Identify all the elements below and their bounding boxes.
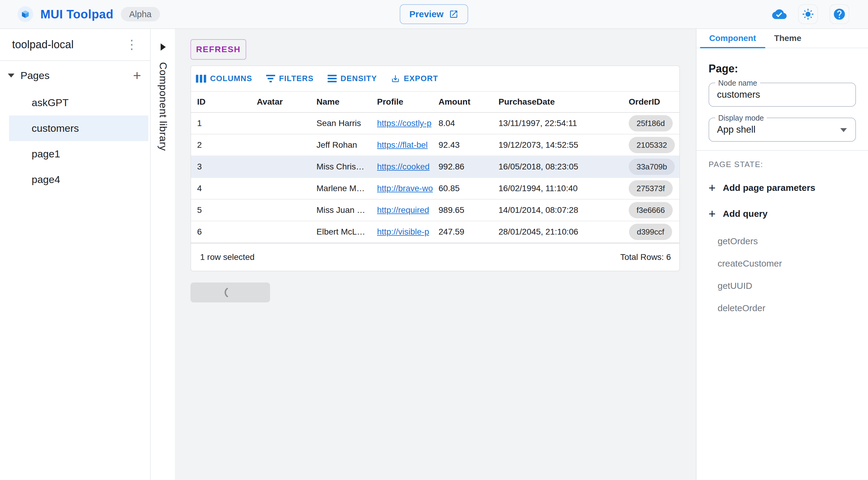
column-header-name[interactable]: Name: [316, 97, 377, 107]
query-item-getorders[interactable]: getOrders: [709, 230, 856, 252]
cloud-done-icon[interactable]: [772, 7, 786, 22]
help-button[interactable]: [830, 4, 849, 24]
filter-icon: [266, 75, 275, 82]
table-row[interactable]: 1 Sean Harris https://costly-p 8.04 13/1…: [191, 113, 679, 134]
download-icon: [391, 74, 400, 83]
columns-button-label: COLUMNS: [210, 74, 252, 83]
page-state-label: PAGE STATE:: [709, 160, 856, 169]
theme-toggle-button[interactable]: [798, 4, 818, 24]
sidebar-item-page1[interactable]: page1: [9, 141, 148, 167]
cell-amount: 247.59: [438, 227, 498, 237]
sidebar-item-page4[interactable]: page4: [9, 167, 148, 192]
profile-link[interactable]: http://visible-p: [377, 227, 434, 237]
grid-toolbar: COLUMNS FILTERS DENSITY EXPORT: [191, 66, 679, 91]
total-rows: Total Rows: 6: [620, 252, 671, 262]
alpha-badge: Alpha: [121, 7, 160, 22]
cell-purchasedate: 16/05/2018, 08:23:05: [498, 162, 629, 172]
tab-component[interactable]: Component: [700, 29, 765, 48]
project-menu-icon[interactable]: ⋮: [124, 38, 140, 51]
export-button[interactable]: EXPORT: [391, 74, 438, 83]
preview-button-label: Preview: [409, 9, 443, 19]
preview-button[interactable]: Preview: [400, 4, 468, 24]
help-icon: [833, 7, 846, 21]
inspector-panel: Component Theme Page: Node name Display …: [696, 29, 868, 480]
profile-link[interactable]: https://flat-bel: [377, 140, 434, 150]
query-item-createcustomer[interactable]: createCustomer: [709, 252, 856, 275]
orderid-chip: 275373f: [629, 180, 673, 197]
profile-link[interactable]: http://brave-wo: [377, 184, 434, 193]
column-header-id[interactable]: ID: [197, 97, 257, 107]
cell-id: 5: [197, 205, 257, 215]
sidebar-item-customers[interactable]: customers: [9, 116, 148, 141]
cell-id: 1: [197, 119, 257, 128]
sidebar-item-askgpt[interactable]: askGPT: [9, 90, 148, 116]
cell-purchasedate: 13/11/1997, 22:54:11: [498, 119, 629, 128]
component-library-label: Component library: [157, 62, 169, 151]
component-library-strip[interactable]: Component library: [151, 29, 175, 480]
columns-button[interactable]: COLUMNS: [196, 74, 252, 83]
display-mode-value: App shell: [717, 124, 755, 135]
query-item-getuuid[interactable]: getUUID: [709, 275, 856, 297]
table-row[interactable]: 2 Jeff Rohan https://flat-bel 92.43 19/1…: [191, 134, 679, 156]
plus-icon: +: [709, 182, 715, 194]
grid-footer: 1 row selected Total Rows: 6: [191, 243, 679, 271]
cell-amount: 989.65: [438, 205, 498, 215]
cell-id: 2: [197, 140, 257, 150]
cell-name: Jeff Rohan: [316, 140, 377, 150]
dropdown-arrow-icon: [840, 128, 847, 132]
page-canvas: REFRESH COLUMNS FILTERS DENSITY EXPORT: [175, 29, 696, 480]
cell-amount: 8.04: [438, 119, 498, 128]
table-row[interactable]: 6 Elbert McL… http://visible-p 247.59 28…: [191, 221, 679, 243]
orderid-chip: 25f186d: [629, 115, 673, 131]
export-button-label: EXPORT: [404, 74, 438, 83]
page-heading: Page:: [709, 63, 856, 75]
orderid-chip: f3e6666: [629, 202, 673, 218]
loading-button[interactable]: [190, 282, 270, 302]
chevron-down-icon[interactable]: [8, 73, 14, 78]
table-row-selected[interactable]: 3 Miss Chris… https://cooked 992.86 16/0…: [191, 156, 679, 178]
node-name-input[interactable]: [717, 89, 847, 100]
density-button[interactable]: DENSITY: [328, 74, 377, 83]
profile-link[interactable]: https://cooked: [377, 162, 434, 172]
light-mode-icon: [802, 8, 814, 20]
column-header-amount[interactable]: Amount: [438, 97, 498, 107]
cell-amount: 92.43: [438, 140, 498, 150]
plus-icon: +: [709, 208, 715, 220]
toolpad-logo-icon: [18, 6, 33, 22]
cell-id: 6: [197, 227, 257, 237]
brand-box: MUI Toolpad Alpha: [18, 0, 160, 28]
column-header-purchasedate[interactable]: PurchaseDate: [498, 97, 629, 107]
add-page-parameters-button[interactable]: + Add page parameters: [709, 179, 815, 196]
open-in-new-icon: [449, 9, 459, 19]
table-row[interactable]: 5 Miss Juan … http://required 989.65 14/…: [191, 200, 679, 221]
display-mode-select[interactable]: Display mode App shell: [709, 118, 856, 142]
cell-id: 3: [197, 162, 257, 172]
profile-link[interactable]: http://required: [377, 205, 434, 215]
selection-status: 1 row selected: [200, 252, 255, 262]
cell-id: 4: [197, 184, 257, 193]
add-page-parameters-label: Add page parameters: [723, 183, 815, 193]
node-name-label: Node name: [715, 79, 760, 87]
tab-theme[interactable]: Theme: [765, 29, 810, 48]
add-query-button[interactable]: + Add query: [709, 205, 768, 222]
cell-name: Sean Harris: [316, 119, 377, 128]
density-icon: [328, 75, 337, 82]
refresh-button[interactable]: REFRESH: [190, 39, 246, 60]
columns-icon: [196, 75, 206, 83]
panel-divider: [696, 150, 868, 151]
query-item-deleteorder[interactable]: deleteOrder: [709, 297, 856, 319]
column-header-avatar[interactable]: Avatar: [257, 97, 316, 107]
cell-name: Miss Juan …: [316, 205, 377, 215]
table-row[interactable]: 4 Marlene M… http://brave-wo 60.85 16/02…: [191, 178, 679, 200]
expand-arrow-icon[interactable]: [161, 43, 166, 51]
orderid-chip: 2105332: [629, 137, 675, 153]
filters-button-label: FILTERS: [279, 74, 314, 83]
grid-header-row: ID Avatar Name Profile Amount PurchaseDa…: [191, 91, 679, 113]
page-item-label: page4: [32, 174, 60, 185]
column-header-orderid[interactable]: OrderID: [629, 97, 672, 107]
filters-button[interactable]: FILTERS: [266, 74, 314, 83]
inspector-content: Page: Node name Display mode App shell P…: [696, 63, 868, 319]
add-page-icon[interactable]: +: [133, 68, 141, 82]
column-header-profile[interactable]: Profile: [377, 97, 438, 107]
profile-link[interactable]: https://costly-p: [377, 119, 434, 128]
